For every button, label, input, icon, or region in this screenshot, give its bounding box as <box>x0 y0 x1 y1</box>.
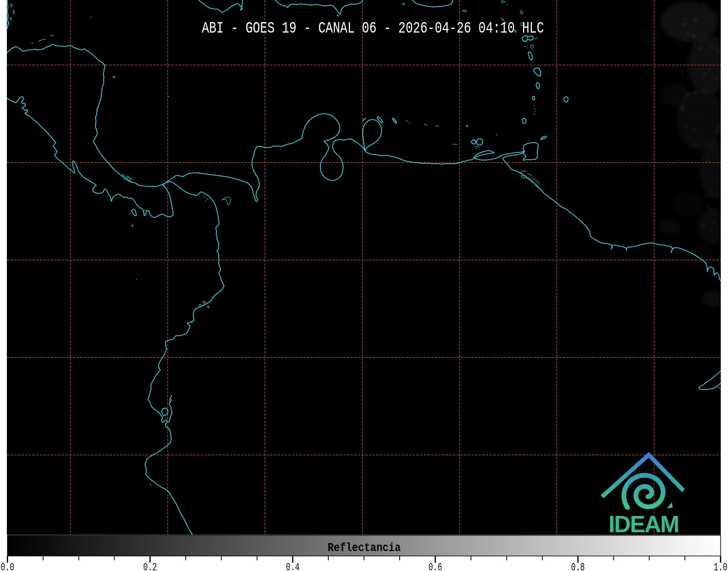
svg-text:0.0: 0.0 <box>1 562 14 571</box>
svg-text:ABI - GOES 19 - CANAL 06 - 202: ABI - GOES 19 - CANAL 06 - 2026-04-26 04… <box>202 19 544 37</box>
svg-text:0.2: 0.2 <box>143 562 157 571</box>
svg-text:Reflectancia: Reflectancia <box>328 541 401 554</box>
svg-text:IDEAM: IDEAM <box>609 511 679 537</box>
svg-text:1.0: 1.0 <box>714 562 728 571</box>
svg-text:0.4: 0.4 <box>286 562 300 571</box>
svg-text:0.6: 0.6 <box>429 562 442 571</box>
svg-text:0.8: 0.8 <box>571 562 585 571</box>
